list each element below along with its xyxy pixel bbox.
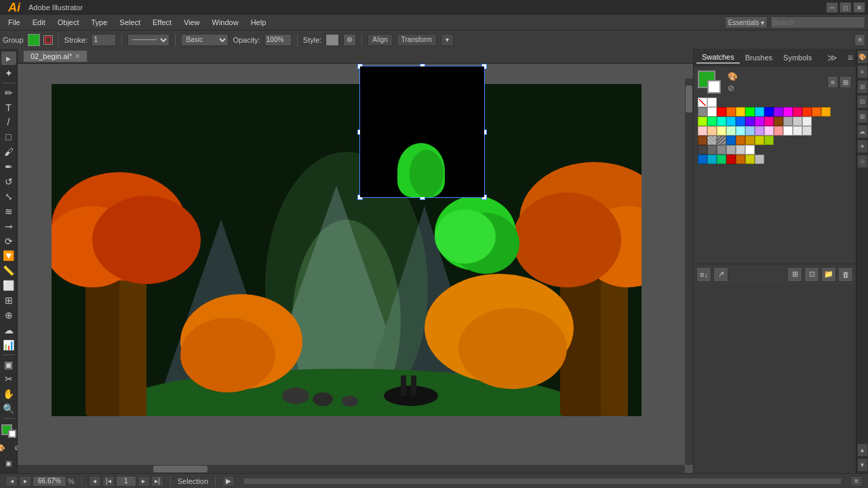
panel-toggle-btn[interactable]: ≡ bbox=[854, 34, 865, 46]
new-color-group-btn[interactable]: ⊞ bbox=[787, 267, 802, 282]
swatch-r3-5[interactable] bbox=[736, 126, 745, 136]
status-expand-btn[interactable]: ≡ bbox=[850, 476, 863, 487]
opacity-input[interactable] bbox=[264, 34, 292, 46]
handle-top-right[interactable] bbox=[481, 64, 487, 69]
swatch-r3-7[interactable] bbox=[755, 126, 764, 136]
swatch-r1-8[interactable] bbox=[764, 107, 774, 117]
tool-artboard[interactable]: ▣ bbox=[1, 358, 16, 371]
stroke-swatch-container[interactable] bbox=[43, 35, 53, 45]
swatch-r2-11[interactable] bbox=[793, 117, 802, 126]
swatch-r4-3[interactable] bbox=[717, 136, 726, 145]
swatch-r6-6[interactable] bbox=[745, 155, 755, 164]
cc-libraries-btn[interactable]: ☁ bbox=[857, 125, 868, 138]
transform-extra-btn[interactable]: ▾ bbox=[441, 34, 454, 46]
layers-btn[interactable]: ≡ bbox=[857, 65, 868, 79]
tab-swatches[interactable]: Swatches bbox=[696, 52, 740, 64]
swatch-r3-4[interactable] bbox=[726, 126, 736, 136]
swatch-r2-5[interactable] bbox=[736, 117, 745, 126]
tool-width[interactable]: ⊸ bbox=[1, 220, 16, 233]
handle-top-center[interactable] bbox=[420, 64, 425, 69]
tool-pen[interactable]: ✏ bbox=[1, 86, 16, 100]
handle-top-left[interactable] bbox=[357, 64, 363, 69]
swatch-r5-2[interactable] bbox=[707, 145, 717, 155]
swatch-r1-1[interactable] bbox=[698, 107, 707, 117]
swatch-r2-2[interactable] bbox=[707, 117, 717, 126]
first-artboard-btn[interactable]: |◂ bbox=[102, 476, 115, 487]
zoom-out-btn[interactable]: ◂ bbox=[5, 476, 18, 487]
last-artboard-btn[interactable]: ▸| bbox=[151, 476, 163, 487]
show-swatches-kinds-btn[interactable]: ≡↓ bbox=[696, 267, 711, 282]
transform-button[interactable]: Transform bbox=[397, 34, 437, 46]
blend-mode-dropdown[interactable]: Basic bbox=[181, 34, 229, 46]
swatch-r4-7[interactable] bbox=[755, 136, 764, 145]
tool-measure[interactable]: 📏 bbox=[1, 264, 16, 277]
swatch-r3-3[interactable] bbox=[717, 126, 726, 136]
tool-warp[interactable]: ≋ bbox=[1, 205, 16, 218]
tool-eyedropper[interactable]: 🔽 bbox=[1, 249, 16, 262]
menu-view[interactable]: View bbox=[178, 17, 205, 28]
tool-line[interactable]: / bbox=[1, 115, 16, 129]
menu-type[interactable]: Type bbox=[86, 17, 113, 28]
tool-mesh[interactable]: ⊞ bbox=[1, 293, 16, 307]
swatch-white[interactable] bbox=[707, 98, 717, 107]
transform-panel-btn[interactable]: ⊞ bbox=[857, 80, 868, 94]
prev-artboard-btn[interactable]: ◂ bbox=[89, 476, 101, 487]
fill-stroke-selector[interactable] bbox=[1, 424, 16, 438]
style-options-btn[interactable]: ⚙ bbox=[343, 34, 356, 46]
swatch-none[interactable] bbox=[698, 98, 707, 107]
zoom-in-btn[interactable]: ▸ bbox=[19, 476, 31, 487]
tab-brushes[interactable]: Brushes bbox=[740, 52, 778, 63]
artboard-number-input[interactable]: 1 bbox=[116, 476, 136, 487]
document-tab-item[interactable]: 02_begin.ai* ✕ bbox=[23, 50, 87, 62]
list-view-btn[interactable]: ≡ bbox=[827, 76, 838, 88]
horizontal-scrollbar[interactable] bbox=[18, 465, 685, 473]
tool-rotate[interactable]: ↺ bbox=[1, 175, 16, 188]
graphic-styles-btn[interactable]: ⊹ bbox=[857, 155, 868, 168]
swatch-r2-3[interactable] bbox=[717, 117, 726, 126]
menu-select[interactable]: Select bbox=[114, 17, 146, 28]
swatch-r6-7[interactable] bbox=[755, 155, 764, 164]
menu-file[interactable]: File bbox=[3, 17, 26, 28]
search-field[interactable] bbox=[770, 16, 865, 28]
swatch-r2-8[interactable] bbox=[764, 117, 774, 126]
maximize-button[interactable]: □ bbox=[840, 2, 852, 13]
swatch-r3-8[interactable] bbox=[764, 126, 774, 136]
swatch-r1-5[interactable] bbox=[736, 107, 745, 117]
swatch-r4-1[interactable] bbox=[698, 136, 707, 145]
vertical-scrollbar[interactable] bbox=[685, 79, 693, 465]
swatch-r1-3[interactable] bbox=[717, 107, 726, 117]
swatch-r2-7[interactable] bbox=[755, 117, 764, 126]
tool-paintbrush[interactable]: 🖌 bbox=[1, 145, 16, 159]
swatch-r5-5[interactable] bbox=[736, 145, 745, 155]
scroll-up-btn[interactable]: ▲ bbox=[857, 443, 868, 457]
doc-tab-close[interactable]: ✕ bbox=[75, 52, 80, 60]
menu-help[interactable]: Help bbox=[245, 17, 272, 28]
align-panel-btn[interactable]: ⊟ bbox=[857, 95, 868, 108]
color-icon[interactable]: 🎨 bbox=[728, 72, 738, 81]
swatch-r3-10[interactable] bbox=[783, 126, 793, 136]
new-swatch-btn[interactable]: ⊡ bbox=[804, 267, 819, 282]
swatch-r2-1[interactable] bbox=[698, 117, 707, 126]
minimize-button[interactable]: ─ bbox=[826, 2, 838, 13]
tool-zoom[interactable]: 🔍 bbox=[1, 402, 16, 415]
color-panel-btn[interactable]: 🎨 bbox=[857, 50, 868, 64]
tool-symbol-spray[interactable]: ☁ bbox=[1, 323, 16, 337]
menu-object[interactable]: Object bbox=[52, 17, 85, 28]
tool-select[interactable]: ▸ bbox=[1, 52, 16, 65]
tool-rect[interactable]: □ bbox=[1, 130, 16, 144]
style-swatch[interactable] bbox=[326, 34, 339, 46]
tool-scale[interactable]: ⤡ bbox=[1, 190, 16, 203]
swatch-r1-9[interactable] bbox=[774, 107, 783, 117]
swatch-r1-12[interactable] bbox=[802, 107, 812, 117]
essentials-button[interactable]: Essentials ▾ bbox=[725, 16, 768, 28]
swatch-r3-11[interactable] bbox=[793, 126, 802, 136]
swatch-r4-8[interactable] bbox=[764, 136, 774, 145]
swatch-r1-11[interactable] bbox=[793, 107, 802, 117]
swatch-r1-7[interactable] bbox=[755, 107, 764, 117]
stroke-style-dropdown[interactable]: ───── bbox=[127, 34, 170, 46]
menu-edit[interactable]: Edit bbox=[27, 17, 51, 28]
swatch-r3-6[interactable] bbox=[745, 126, 755, 136]
tool-hand[interactable]: ✋ bbox=[1, 387, 16, 401]
color-btn[interactable]: 🎨 bbox=[0, 441, 8, 455]
swatch-r1-6[interactable] bbox=[745, 107, 755, 117]
